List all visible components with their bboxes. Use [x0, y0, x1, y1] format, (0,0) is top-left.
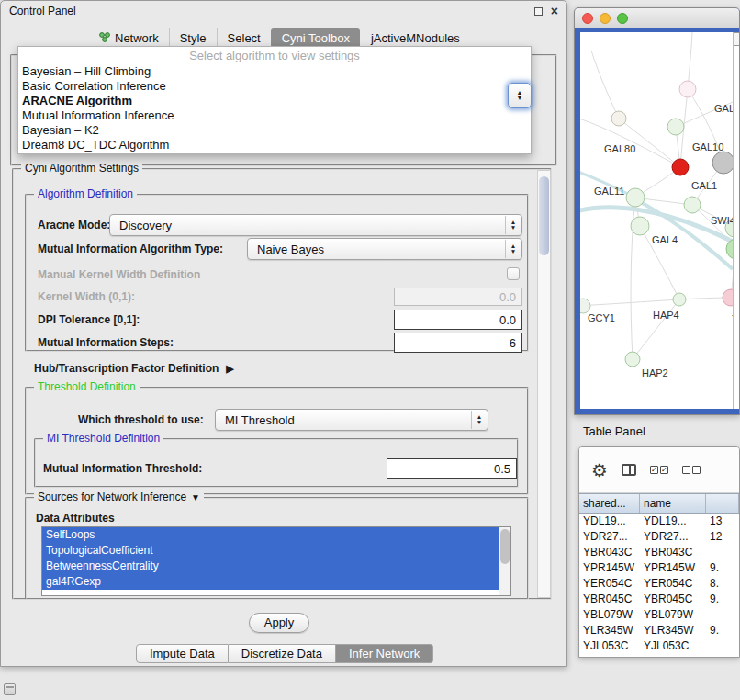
table-cell	[706, 545, 739, 560]
attribute-item-topologicalcoefficient[interactable]: TopologicalCoefficient	[42, 543, 499, 559]
attributes-scrollbar[interactable]	[499, 527, 510, 595]
minimized-panel-bar	[6, 686, 14, 688]
tab-style[interactable]: Style	[169, 28, 217, 48]
settings-scrollbar[interactable]	[537, 170, 551, 598]
aracne-mode-select[interactable]: Discovery ▲ ▼	[109, 214, 522, 236]
table-panel-title: Table Panel	[583, 424, 645, 438]
network-node[interactable]	[684, 197, 701, 213]
table-row[interactable]: YDL19...YDL19...13	[579, 514, 739, 529]
attribute-item-selfloops[interactable]: SelfLoops	[42, 527, 499, 543]
apply-button[interactable]: Apply	[249, 613, 309, 633]
table-row[interactable]: YBR045CYBR045C9.	[579, 592, 739, 607]
table-row[interactable]: YPR145WYPR145W9.	[579, 560, 739, 576]
deselect-all-icon[interactable]	[682, 466, 701, 474]
tab-cyni-toolbox[interactable]: Cyni Toolbox	[271, 28, 360, 48]
column-header-name[interactable]: name	[640, 494, 706, 513]
gear-icon[interactable]: ⚙	[591, 461, 608, 480]
table-row[interactable]: YJL053CYJL053C	[579, 638, 739, 654]
table-cell: YDL19...	[579, 514, 640, 529]
select-all-icon[interactable]: ✓ ✓	[650, 466, 668, 474]
control-panel-tabs: NetworkStyleSelectCyni ToolboxjActiveMNo…	[88, 28, 470, 48]
algorithm-popup: Select algorithm to view settings Bayesi…	[17, 46, 532, 154]
minimize-traffic-icon[interactable]	[600, 13, 611, 24]
algorithm-option-aracne-algorithm[interactable]: ARACNE Algorithm	[18, 94, 531, 108]
column-chooser-divider	[629, 466, 631, 474]
zoom-traffic-icon[interactable]	[617, 13, 628, 24]
network-scrollbar[interactable]	[733, 32, 740, 409]
data-attributes-listbox[interactable]: SelfLoopsTopologicalCoefficientBetweenne…	[41, 526, 511, 596]
table-row[interactable]: YLR345WYLR345W9.	[579, 623, 739, 638]
bottom-tabs: Impute DataDiscretize DataInfer Network	[136, 644, 433, 663]
column-header-shared-[interactable]: shared...	[579, 494, 640, 513]
algorithm-combo-button[interactable]: ▲ ▼	[508, 83, 532, 108]
network-node[interactable]	[712, 152, 733, 174]
tab-jactivemnodules[interactable]: jActiveMNodules	[360, 28, 470, 48]
attribute-item-gal4rgexp[interactable]: gal4RGexp	[42, 574, 499, 590]
network-graph: GAL8GAL80GAL10GAL11GAL1SWI4GAL4GCY1HAP4Y…	[580, 32, 733, 409]
unchecked-box-icon	[692, 466, 701, 474]
network-node[interactable]	[625, 352, 640, 367]
attribute-item-betweennesscentrality[interactable]: BetweennessCentrality	[42, 559, 499, 574]
network-canvas[interactable]: GAL8GAL80GAL10GAL11GAL1SWI4GAL4GCY1HAP4Y…	[580, 32, 733, 409]
algorithm-option-mutual-information-inference[interactable]: Mutual Information Inference	[18, 108, 531, 123]
network-node[interactable]	[723, 289, 733, 306]
dpi-tolerance-field[interactable]: 0.0	[394, 310, 522, 330]
tab-network[interactable]: Network	[88, 28, 169, 48]
table-toolbar: ⚙ ✓ ✓	[579, 447, 739, 493]
settings-scrollbar-thumb[interactable]	[539, 176, 549, 255]
network-node[interactable]	[726, 239, 733, 259]
algorithm-option-bayesian-hill-climbing[interactable]: Bayesian – Hill Climbing	[18, 64, 531, 79]
attributes-scrollbar-thumb[interactable]	[500, 529, 510, 564]
table-cell: YBL079W	[579, 607, 640, 623]
algorithm-option-basic-correlation-inference[interactable]: Basic Correlation Inference	[18, 79, 531, 94]
mi-threshold-field[interactable]: 0.5	[387, 458, 517, 479]
kernel-width-label: Kernel Width (0,1):	[38, 288, 135, 306]
network-node-label: SWI4	[711, 215, 733, 226]
kernel-width-field[interactable]: 0.0	[394, 288, 522, 306]
table-row[interactable]: YBL079WYBL079W	[579, 607, 739, 623]
manual-kernel-checkbox[interactable]	[507, 267, 520, 280]
control-panel-titlebar[interactable]: Control Panel ×	[1, 1, 566, 21]
network-node[interactable]	[626, 188, 645, 207]
algorithm-option-bayesian-k2[interactable]: Bayesian – K2	[18, 123, 531, 138]
table-cell: YBR043C	[579, 545, 640, 560]
table-row[interactable]: YDR27...YDR27...12	[579, 529, 739, 545]
network-node[interactable]	[580, 299, 590, 313]
bottom-tab-infer-network[interactable]: Infer Network	[336, 644, 433, 663]
network-node-label: GAL1	[691, 180, 717, 191]
network-node[interactable]	[667, 119, 684, 135]
bottom-tab-impute-data[interactable]: Impute Data	[136, 644, 229, 663]
bottom-tab-discretize-data[interactable]: Discretize Data	[229, 644, 336, 663]
column-header-2[interactable]	[706, 494, 739, 513]
sources-title[interactable]: Sources for Network Inference▼	[34, 491, 204, 503]
table-row[interactable]: YBR043CYBR043C	[579, 545, 739, 560]
which-threshold-select[interactable]: MI Threshold ▲ ▼	[215, 409, 488, 431]
network-node-label: HAP2	[642, 367, 668, 378]
table-cell: YDR27...	[579, 529, 640, 545]
network-node[interactable]	[679, 81, 696, 97]
table-cell: YDR27...	[640, 529, 706, 545]
table-cell: YPR145W	[579, 560, 640, 576]
close-icon[interactable]: ×	[551, 6, 558, 17]
network-node[interactable]	[673, 293, 686, 306]
float-window-icon[interactable]	[534, 7, 543, 16]
algorithm-option-dream8-dc-tdc-algorithm[interactable]: Dream8 DC_TDC Algorithm	[18, 138, 531, 152]
column-chooser-icon[interactable]	[622, 464, 636, 476]
network-node[interactable]	[672, 159, 689, 175]
table-row[interactable]: YER054CYER054C8.	[579, 576, 739, 592]
close-traffic-icon[interactable]	[582, 13, 593, 24]
network-scrollbar-button[interactable]	[734, 32, 740, 46]
network-node[interactable]	[631, 217, 649, 235]
mi-steps-field[interactable]: 6	[394, 333, 522, 353]
tab-label: jActiveMNodules	[371, 31, 460, 45]
network-window-titlebar[interactable]	[575, 8, 739, 28]
mi-type-select[interactable]: Naive Bayes ▲ ▼	[247, 238, 522, 260]
minimized-panel-icon[interactable]	[4, 683, 16, 695]
network-view-window: GAL8GAL80GAL10GAL11GAL1SWI4GAL4GCY1HAP4Y…	[574, 7, 740, 415]
network-node-label: GAL10	[692, 141, 723, 152]
network-node[interactable]	[611, 111, 626, 126]
algorithm-definition-title: Algorithm Definition	[34, 187, 137, 200]
tab-select[interactable]: Select	[217, 28, 271, 48]
hub-section-toggle[interactable]: Hub/Transcription Factor Definition▶	[34, 361, 234, 376]
combo-arrows-icon: ▲ ▼	[471, 411, 487, 429]
